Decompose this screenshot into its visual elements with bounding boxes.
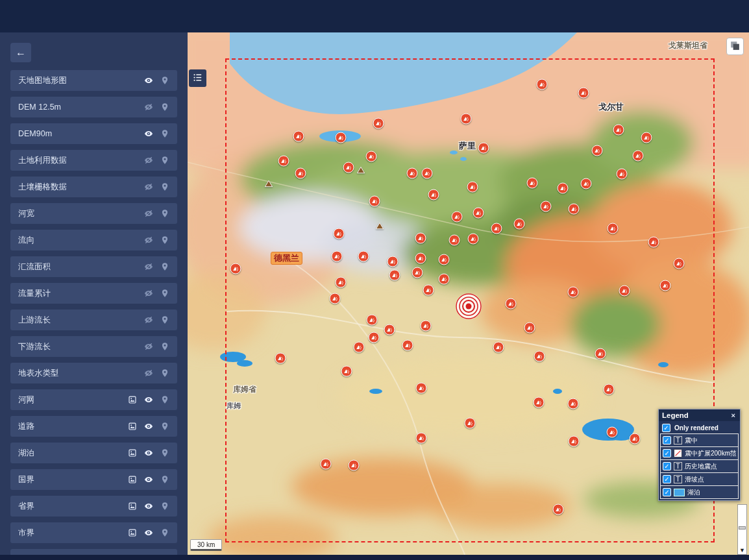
zoom-to-layer-icon[interactable]	[160, 422, 169, 431]
eye-icon[interactable]	[144, 528, 153, 537]
zoom-to-layer-icon[interactable]	[160, 156, 169, 165]
landslide-marker[interactable]	[595, 348, 606, 359]
landslide-marker[interactable]	[648, 237, 659, 248]
landslide-marker[interactable]	[416, 433, 427, 444]
zoom-to-layer-icon[interactable]	[160, 369, 169, 378]
layer-item-13[interactable]: 河网	[10, 389, 177, 410]
map-canvas[interactable]: 戈莱斯坦省戈尔甘萨里德黑兰库姆省库姆 30 km ▼ Legend × ✓Onl…	[188, 32, 749, 560]
eye-icon[interactable]	[144, 502, 153, 511]
landslide-marker[interactable]	[493, 342, 504, 353]
landslide-marker[interactable]	[369, 332, 380, 343]
layer-menu-button[interactable]	[189, 69, 206, 87]
landslide-marker[interactable]	[613, 125, 624, 136]
image-layer-icon[interactable]	[128, 395, 137, 404]
landslide-marker[interactable]	[578, 88, 589, 99]
landslide-marker[interactable]	[641, 132, 652, 143]
landslide-marker[interactable]	[293, 131, 304, 142]
eye-off-icon[interactable]	[144, 342, 153, 351]
zoom-to-layer-icon[interactable]	[160, 315, 169, 324]
landslide-marker[interactable]	[553, 504, 564, 515]
image-layer-icon[interactable]	[128, 502, 137, 511]
landslide-marker[interactable]	[449, 235, 460, 246]
legend-row-3[interactable]: ✓T历史地震点	[660, 459, 739, 473]
landslide-marker[interactable]	[358, 251, 369, 262]
landslide-marker[interactable]	[402, 340, 413, 351]
checkbox-icon[interactable]: ✓	[663, 475, 671, 483]
landslide-marker[interactable]	[373, 118, 384, 129]
layer-item-1[interactable]: 天地图地形图	[10, 70, 177, 91]
landslide-marker[interactable]	[541, 201, 552, 212]
eye-off-icon[interactable]	[144, 103, 153, 112]
layer-item-16[interactable]: 国界	[10, 469, 177, 490]
zoom-to-layer-icon[interactable]	[160, 528, 169, 537]
legend-row-1[interactable]: ✓T震中	[660, 433, 739, 447]
zoom-to-layer-icon[interactable]	[160, 76, 169, 85]
legend-close-icon[interactable]: ×	[730, 411, 737, 419]
back-button[interactable]: ←	[10, 43, 31, 62]
landslide-marker[interactable]	[332, 251, 343, 262]
eye-icon[interactable]	[144, 76, 153, 85]
landslide-marker[interactable]	[275, 353, 286, 364]
layer-item-7[interactable]: 流向	[10, 230, 177, 250]
zoom-to-layer-icon[interactable]	[160, 395, 169, 404]
landslide-marker[interactable]	[558, 183, 569, 194]
landslide-marker[interactable]	[354, 342, 365, 353]
landslide-marker[interactable]	[230, 263, 241, 274]
layer-item-8[interactable]: 汇流面积	[10, 256, 177, 277]
eye-off-icon[interactable]	[144, 182, 153, 191]
landslide-marker[interactable]	[278, 156, 289, 167]
checkbox-icon[interactable]: ✓	[662, 424, 670, 432]
layer-item-4[interactable]: 土地利用数据	[10, 150, 177, 171]
eye-off-icon[interactable]	[144, 289, 153, 298]
epicenter-marker[interactable]	[454, 292, 483, 321]
layer-item-3[interactable]: DEM90m	[10, 123, 177, 144]
layer-item-15[interactable]: 湖泊	[10, 443, 177, 463]
layer-item-12[interactable]: 地表水类型	[10, 363, 177, 383]
eye-icon[interactable]	[144, 422, 153, 431]
zoom-slider-thumb[interactable]	[739, 526, 746, 530]
landslide-marker[interactable]	[568, 287, 579, 298]
peak-marker[interactable]	[264, 179, 274, 189]
eye-icon[interactable]	[144, 448, 153, 457]
peak-marker[interactable]	[375, 221, 385, 231]
landslide-marker[interactable]	[415, 233, 426, 244]
legend-row-5[interactable]: ✓湖泊	[660, 485, 739, 499]
legend-row-2[interactable]: ✓震中扩展200km范围	[660, 446, 739, 460]
layer-item-17[interactable]: 省界	[10, 496, 177, 517]
landslide-marker[interactable]	[581, 178, 592, 189]
landslide-marker[interactable]	[491, 223, 502, 234]
legend-row-4[interactable]: ✓T滑坡点	[660, 472, 739, 486]
eye-off-icon[interactable]	[144, 209, 153, 218]
legend-row-0[interactable]: ✓Only rendered	[659, 421, 740, 434]
layer-item-10[interactable]: 上游流长	[10, 310, 177, 330]
eye-off-icon[interactable]	[144, 236, 153, 245]
checkbox-icon[interactable]: ✓	[663, 449, 671, 457]
layer-item-9[interactable]: 流量累计	[10, 283, 177, 304]
eye-off-icon[interactable]	[144, 262, 153, 271]
landslide-marker[interactable]	[330, 293, 341, 304]
zoom-to-layer-icon[interactable]	[160, 262, 169, 271]
landslide-marker[interactable]	[349, 460, 360, 471]
landslide-marker[interactable]	[334, 228, 345, 239]
eye-off-icon[interactable]	[144, 315, 153, 324]
landslide-marker[interactable]	[384, 324, 395, 335]
peak-marker[interactable]	[356, 165, 366, 175]
image-layer-icon[interactable]	[128, 528, 137, 537]
landslide-marker[interactable]	[439, 274, 450, 285]
landslide-marker[interactable]	[416, 383, 427, 394]
zoom-to-layer-icon[interactable]	[160, 475, 169, 484]
landslide-marker[interactable]	[660, 280, 671, 291]
checkbox-icon[interactable]: ✓	[663, 462, 671, 470]
layer-item-11[interactable]: 下游流长	[10, 336, 177, 357]
landslide-marker[interactable]	[366, 151, 377, 162]
landslide-marker[interactable]	[506, 298, 517, 310]
zoom-to-layer-icon[interactable]	[160, 502, 169, 511]
landslide-marker[interactable]	[674, 258, 685, 269]
landslide-marker[interactable]	[537, 79, 548, 90]
landslide-marker[interactable]	[369, 196, 380, 207]
layer-item-18[interactable]: 市界	[10, 522, 177, 543]
layer-item-6[interactable]: 河宽	[10, 203, 177, 224]
landslide-marker[interactable]	[336, 277, 347, 288]
image-layer-icon[interactable]	[128, 448, 137, 457]
landslide-marker[interactable]	[387, 256, 399, 267]
